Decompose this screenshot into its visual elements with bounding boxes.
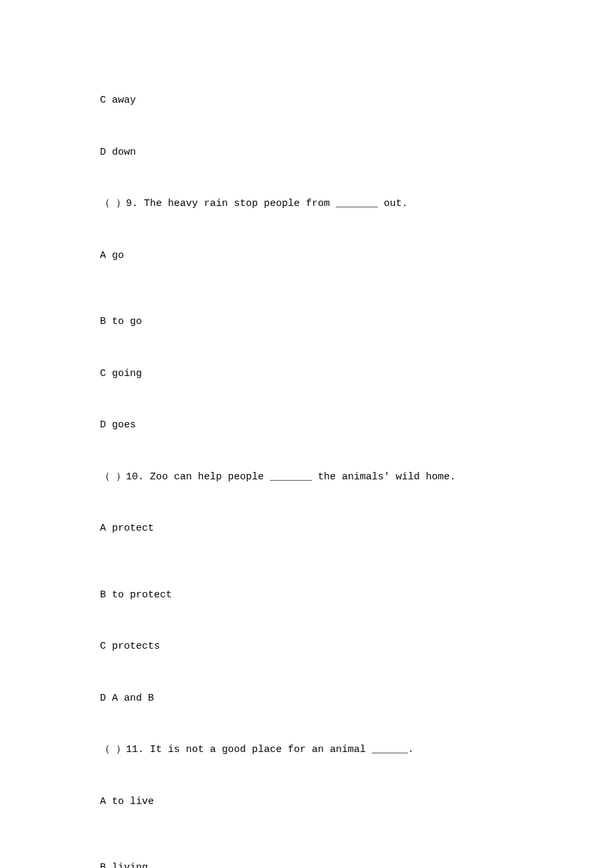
question-text: （ ）9. The heavy rain stop people from __… (100, 198, 408, 209)
option-text: B to protect (100, 589, 172, 601)
option-text: C away (100, 95, 136, 106)
q11-option-a: A to live (100, 795, 513, 810)
option-text: A go (100, 250, 124, 261)
q9-option-c: C going (100, 367, 513, 382)
q9-option-d: D goes (100, 418, 513, 433)
option-text: A protect (100, 523, 154, 534)
q10-option-b: B to protect (100, 588, 513, 603)
option-text: C protects (100, 641, 160, 652)
question-text: （ ）11. It is not a good place for an ani… (100, 744, 414, 755)
option-text: B living (100, 862, 148, 868)
q10-option-d: D A and B (100, 691, 513, 707)
q8-option-d: D down (100, 145, 513, 161)
question-10: （ ）10. Zoo can help people _______ the a… (100, 470, 513, 485)
question-11: （ ）11. It is not a good place for an ani… (100, 743, 513, 758)
option-text: B to go (100, 316, 142, 327)
option-text: D A and B (100, 693, 154, 704)
question-9: （ ）9. The heavy rain stop people from __… (100, 197, 513, 212)
q11-option-b: B living (100, 861, 513, 868)
option-text: D down (100, 147, 136, 158)
q10-option-c: C protects (100, 639, 513, 655)
option-text: C going (100, 368, 142, 379)
q9-option-b: B to go (100, 315, 513, 330)
question-text: （ ）10. Zoo can help people _______ the a… (100, 471, 456, 483)
q10-option-a: A protect (100, 521, 513, 537)
q8-option-c: C away (100, 93, 513, 109)
option-text: A to live (100, 796, 154, 807)
option-text: D goes (100, 419, 136, 431)
q9-option-a: A go (100, 249, 513, 264)
